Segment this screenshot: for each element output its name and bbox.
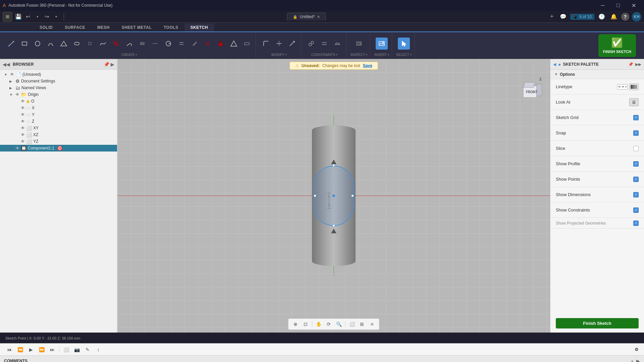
redo-dropdown[interactable]: ▾ [52,12,60,21]
add-tab-button[interactable]: + [547,12,556,21]
tree-item-component[interactable]: ▶ 👁 🔲 Component1:1 🎯 [0,145,117,152]
modify-label[interactable]: MODIFY ▾ [271,53,287,57]
create-label[interactable]: CREATE ▾ [121,53,137,57]
equal-tool-button[interactable] [175,38,187,50]
tab-mesh[interactable]: MESH [91,23,116,32]
tab-sheet-metal[interactable]: SHEET METAL [116,23,158,32]
finish-sketch-palette-button[interactable]: Finish Sketch [556,318,639,328]
show-dimensions-checkbox[interactable]: ✓ [633,192,639,197]
tree-item-o[interactable]: 👁 ◆ O [0,98,117,105]
show-profile-checkbox[interactable]: ✓ [633,161,639,167]
look-at-button[interactable]: 🖥 [629,98,639,106]
rect-tool-button[interactable] [18,38,31,50]
lock-tool-button[interactable] [215,38,227,50]
spline-tool-button[interactable] [97,38,109,50]
eye-xy[interactable]: 👁 [21,126,25,130]
tree-item-xy[interactable]: 👁 ⬜ XY [0,125,117,131]
show-points-checkbox[interactable]: ✓ [633,177,639,182]
palette-collapse-icon[interactable]: ◀ [553,62,556,67]
insert-image-button[interactable] [376,38,388,50]
options-section-header[interactable]: ▼ Options [550,70,644,79]
play-first-button[interactable]: ⏮ [5,346,13,354]
tangent-constraint-button[interactable] [331,38,343,50]
vt-frame-button[interactable]: ⊡ [301,320,310,328]
vt-display-button[interactable]: ⬜ [347,320,356,328]
browser-expand-icon[interactable]: ▶ [111,62,114,67]
extend-button[interactable] [286,38,298,50]
eye-root[interactable]: 👁 [10,72,14,77]
comments-collapse-icon[interactable]: ▶ [636,358,640,362]
browser-collapse-button[interactable]: ◀◀ [3,62,10,67]
sketch-grid-checkbox[interactable]: ✓ [633,115,639,120]
parallel-constraint-button[interactable] [318,38,330,50]
tree-item-doc-settings[interactable]: ▶ ⚙ Document Settings [0,78,117,84]
notification-button[interactable]: 🔔 [609,12,619,21]
tree-item-named-views[interactable]: ▶ 🗂 Named Views [0,84,117,91]
vt-menu-button[interactable]: ≡ [368,320,376,328]
line-tool-button[interactable] [5,38,17,50]
view-cube[interactable]: Z FRONT [517,76,543,103]
timeline-paint-button[interactable]: ✎ [84,346,92,354]
grid-menu-button[interactable]: ⊞ [3,12,12,21]
measure-tool-button[interactable] [241,38,253,50]
expand-arrow-doc[interactable]: ▶ [9,79,14,83]
show-constraints-checkbox[interactable]: ✓ [633,207,639,213]
close-button[interactable]: ✕ [626,0,641,11]
eye-xz[interactable]: 👁 [21,132,25,137]
point-tool-button[interactable] [84,38,96,50]
redo-button[interactable]: ↪ [42,12,51,21]
insert-label[interactable]: INSERT ▾ [374,53,389,57]
eye-y[interactable]: 👁 [21,112,25,117]
minimize-button[interactable]: ─ [595,0,610,11]
save-link-button[interactable]: Save [363,63,372,68]
expand-arrow-views[interactable]: ▶ [9,86,14,90]
undo-dropdown[interactable]: ▾ [33,12,42,21]
expand-arrow-origin[interactable]: ▼ [9,93,14,97]
vt-orbit-button[interactable]: ⟳ [324,320,333,328]
centerline-tool-button[interactable] [149,38,161,50]
undo-button[interactable]: ↩ [23,12,32,21]
snap-checkbox[interactable]: ✓ [633,130,639,136]
palette-pin-icon[interactable]: 📌 [628,62,633,67]
tab-surface[interactable]: SURFACE [59,23,91,32]
tree-item-y[interactable]: 👁 ▭ Y [0,111,117,118]
fillet-button[interactable] [260,38,272,50]
hatch-tool-button[interactable] [136,38,148,50]
timeline-camera-button[interactable]: 📷 [73,346,81,354]
tree-item-root[interactable]: ▼ 👁 📄 (Unsaved) [0,71,117,78]
timeline-select-button[interactable]: ⬜ [62,346,70,354]
close-tab-button[interactable]: ✕ [317,15,320,19]
eye-origin[interactable]: 👁 [15,92,19,97]
show-projected-checkbox[interactable]: ✓ [633,221,639,226]
tree-item-xz[interactable]: 👁 ⬜ XZ [0,131,117,138]
sketch-palette-header[interactable]: ◀ ● SKETCH PALETTE 📌 ▶▶ [550,59,644,70]
browser-pin-icon[interactable]: 📌 [104,62,109,67]
eye-z[interactable]: 👁 [21,119,25,124]
tree-item-yz[interactable]: 👁 ⬜ YZ [0,138,117,145]
document-tab[interactable]: 🔒 Untitled* ✕ [287,13,325,20]
play-button[interactable]: ▶ [27,346,35,354]
slice-checkbox[interactable] [633,146,639,151]
help-button[interactable]: ? [621,13,629,21]
tree-item-z[interactable]: 👁 ▭ Z [0,118,117,125]
badge-button[interactable]: 📱 8 of 10 [570,14,594,20]
linetype-color-button[interactable] [629,83,639,90]
trim-button[interactable] [273,38,285,50]
play-prev-button[interactable]: ⏪ [16,346,24,354]
circle2-tool-button[interactable] [162,38,174,50]
linetype-preview-button[interactable] [617,84,628,89]
play-last-button[interactable]: ⏭ [48,346,56,354]
user-avatar[interactable]: KH [632,12,641,21]
offset-tool-button[interactable] [189,38,201,50]
eye-o[interactable]: 👁 [21,99,25,104]
inspect-label[interactable]: INSPECT ▾ [351,53,367,57]
chat-button[interactable]: 💬 [559,12,568,21]
tab-tools[interactable]: TOOLS [158,23,184,32]
arc2-tool-button[interactable] [123,38,135,50]
palette-expand-icon[interactable]: ▶▶ [635,62,641,67]
project-tool-button[interactable] [228,38,240,50]
timeline-settings-icon[interactable]: ⚙ [635,347,639,352]
constraints-label[interactable]: CONSTRAINTS ▾ [311,53,338,57]
vt-pan-button[interactable]: ✋ [314,320,323,328]
eye-x[interactable]: 👁 [21,106,25,110]
